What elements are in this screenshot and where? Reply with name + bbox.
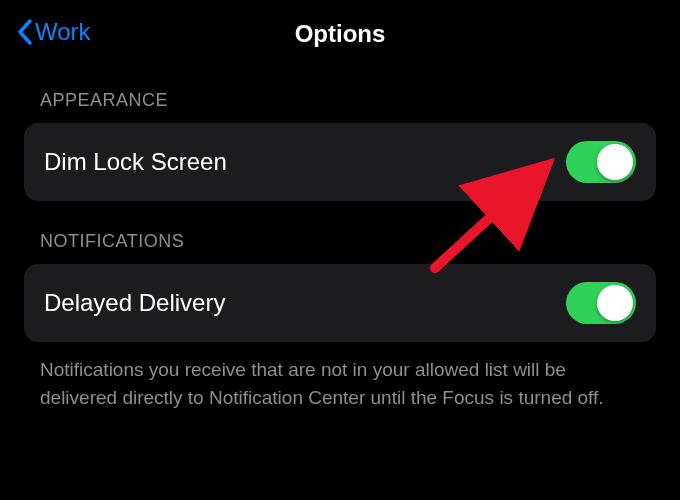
- dim-lock-screen-label: Dim Lock Screen: [44, 148, 227, 176]
- chevron-left-icon: [16, 18, 33, 46]
- toggle-knob: [597, 144, 633, 180]
- section-header-notifications: NOTIFICATIONS: [0, 201, 680, 264]
- dim-lock-screen-toggle[interactable]: [566, 141, 636, 183]
- dim-lock-screen-row: Dim Lock Screen: [24, 123, 656, 201]
- delayed-delivery-toggle[interactable]: [566, 282, 636, 324]
- back-button[interactable]: Work: [16, 18, 91, 46]
- page-title: Options: [295, 20, 386, 48]
- section-header-appearance: APPEARANCE: [0, 60, 680, 123]
- delayed-delivery-label: Delayed Delivery: [44, 289, 225, 317]
- back-label: Work: [35, 18, 91, 46]
- delayed-delivery-row: Delayed Delivery: [24, 264, 656, 342]
- header: Work Options: [0, 0, 680, 60]
- toggle-knob: [597, 285, 633, 321]
- notifications-footer-text: Notifications you receive that are not i…: [0, 342, 680, 411]
